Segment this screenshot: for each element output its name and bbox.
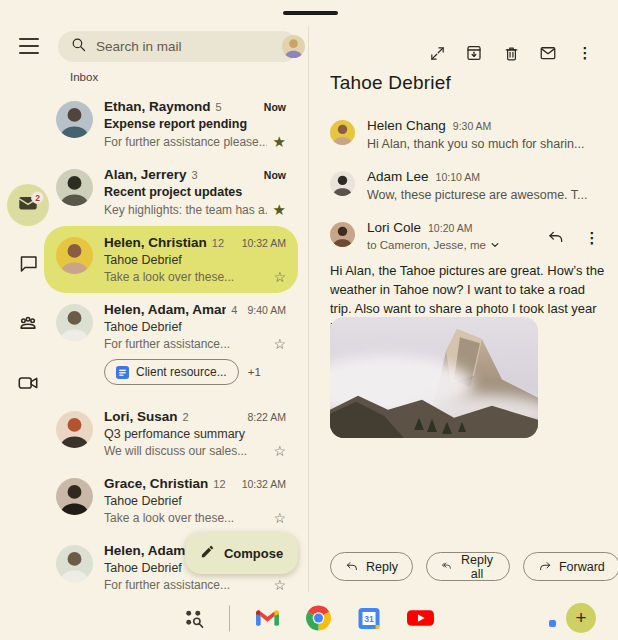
sender-names: Grace, Christian (104, 476, 208, 491)
app-grid-search-icon (183, 608, 204, 629)
message-time: 10:10 AM (436, 171, 480, 183)
sender-avatar (56, 478, 93, 515)
photo-attachment[interactable] (330, 317, 538, 438)
email-time: 10:32 AM (242, 478, 286, 490)
calendar-icon: 31 (357, 606, 381, 630)
calendar-day-number: 31 (364, 614, 374, 624)
thread-count: 12 (212, 237, 224, 249)
nav-chat-button[interactable] (7, 244, 49, 286)
reading-pane: ⋮ Tahoe Debrief Helen Chang9:30 AM Hi Al… (309, 0, 618, 600)
notification-badge (548, 619, 557, 628)
email-snippet: Key highlights: the team has a... (104, 203, 267, 217)
chevron-down-icon (490, 240, 500, 250)
new-window-plus-button[interactable]: + (566, 603, 596, 633)
pencil-icon (200, 544, 215, 562)
attachment-chip[interactable]: Client resource... (104, 359, 239, 385)
trash-icon (503, 45, 520, 62)
thread-count: 5 (216, 101, 222, 113)
email-time: Now (264, 101, 286, 113)
star-icon[interactable]: ☆ (273, 444, 286, 458)
forward-pill-button[interactable]: Forward (523, 552, 618, 581)
app-grid-search-button[interactable] (183, 608, 204, 629)
star-icon[interactable]: ☆ (273, 337, 286, 351)
email-time: 9:40 AM (247, 304, 286, 316)
email-time: Now (264, 169, 286, 181)
thread-count: 3 (192, 169, 198, 181)
more-attachments-count[interactable]: +1 (248, 366, 261, 378)
message-collapsed[interactable]: Helen Chang9:30 AM Hi Alan, thank you so… (330, 110, 602, 161)
email-row[interactable]: Alan, Jerrery3Now Recent project updates… (44, 158, 298, 226)
inbox-section-label: Inbox (70, 71, 98, 83)
more-options-button[interactable]: ⋮ (575, 43, 595, 63)
search-bar[interactable] (58, 31, 298, 62)
yosemite-photo (330, 317, 538, 438)
taskbar-divider (229, 605, 230, 631)
reply-pill-button[interactable]: Reply (330, 552, 413, 581)
archive-button[interactable] (464, 43, 484, 63)
star-icon[interactable]: ★ (273, 202, 286, 217)
delete-button[interactable] (501, 43, 521, 63)
recipients-label: to Cameron, Jesse, me (367, 239, 486, 251)
star-icon[interactable]: ☆ (273, 511, 286, 525)
message-snippet: Hi Alan, thank you so much for sharin... (367, 137, 602, 151)
message-sender: Lori Cole (367, 220, 421, 235)
star-icon[interactable]: ☆ (273, 578, 286, 592)
email-subject: Tahoe Debrief (104, 494, 286, 508)
gmail-shortcut[interactable] (255, 609, 280, 628)
open-in-full-icon (429, 45, 446, 62)
email-subject: Expense report pending (104, 117, 286, 131)
message-more-button[interactable]: ⋮ (582, 228, 602, 248)
recipients-toggle[interactable]: to Cameron, Jesse, me (367, 239, 534, 251)
expand-button[interactable] (427, 43, 447, 63)
message-sender: Adam Lee (367, 169, 429, 184)
thread-title: Tahoe Debrief (330, 72, 451, 94)
sender-names: Lori, Susan (104, 409, 178, 424)
reply-arrow-icon (547, 229, 565, 247)
document-icon (116, 366, 129, 379)
nav-mail-button[interactable]: 2 (7, 184, 49, 226)
message-time: 9:30 AM (453, 120, 492, 132)
sender-names: Alan, Jerrery (104, 167, 187, 182)
email-row[interactable]: Grace, Christian1210:32 AM Tahoe Debrief… (44, 467, 298, 534)
calendar-shortcut[interactable]: 31 (357, 606, 381, 630)
chrome-icon (305, 605, 332, 632)
star-icon[interactable]: ☆ (273, 270, 286, 284)
email-row-selected[interactable]: Helen, Christian1210:32 AM Tahoe Debrief… (44, 226, 298, 293)
youtube-shortcut[interactable] (406, 604, 435, 633)
message-expanded[interactable]: Lori Cole10:20 AM to Cameron, Jesse, me … (330, 212, 602, 261)
email-subject: Tahoe Debrief (104, 253, 286, 267)
forward-arrow-icon (538, 560, 552, 574)
sender-avatar (56, 411, 93, 448)
search-input[interactable] (96, 39, 273, 54)
reply-all-pill-button[interactable]: Reply all (426, 552, 510, 581)
nav-meet-button[interactable] (7, 364, 49, 406)
sender-names: Ethan, Raymond (104, 99, 211, 114)
message-sender: Helen Chang (367, 118, 446, 133)
reply-all-label: Reply all (459, 553, 495, 581)
star-icon[interactable]: ★ (273, 134, 286, 149)
message-time: 10:20 AM (428, 222, 472, 234)
chrome-shortcut[interactable] (305, 605, 332, 632)
reply-label: Reply (366, 560, 398, 574)
taskbar: 31 + (0, 596, 618, 640)
menu-icon[interactable] (19, 38, 39, 54)
email-snippet: For further assistance please... (104, 135, 267, 149)
account-avatar[interactable] (282, 35, 305, 58)
compose-button[interactable]: Compose (185, 532, 298, 574)
archive-icon (465, 44, 483, 62)
reply-button[interactable] (546, 228, 566, 248)
sender-avatar (56, 304, 93, 341)
sender-avatar (56, 169, 93, 206)
email-row[interactable]: Helen, Adam, Amanda49:40 AM Tahoe Debrie… (44, 293, 298, 394)
thread-toolbar: ⋮ (427, 43, 595, 63)
email-snippet: For further assistance... (104, 578, 267, 592)
message-avatar (330, 222, 355, 247)
mark-unread-button[interactable] (538, 43, 558, 63)
nav-spaces-button[interactable] (7, 304, 49, 346)
email-row[interactable]: Lori, Susan28:22 AM Q3 perfomance summar… (44, 400, 298, 467)
sender-names: Helen, Adam, Amanda (104, 302, 226, 317)
email-subject: Tahoe Debrief (104, 320, 286, 334)
thread-count: 4 (231, 304, 237, 316)
email-row[interactable]: Ethan, Raymond5Now Expense report pendin… (44, 90, 298, 158)
message-collapsed[interactable]: Adam Lee10:10 AM Wow, these picturese ar… (330, 161, 602, 212)
